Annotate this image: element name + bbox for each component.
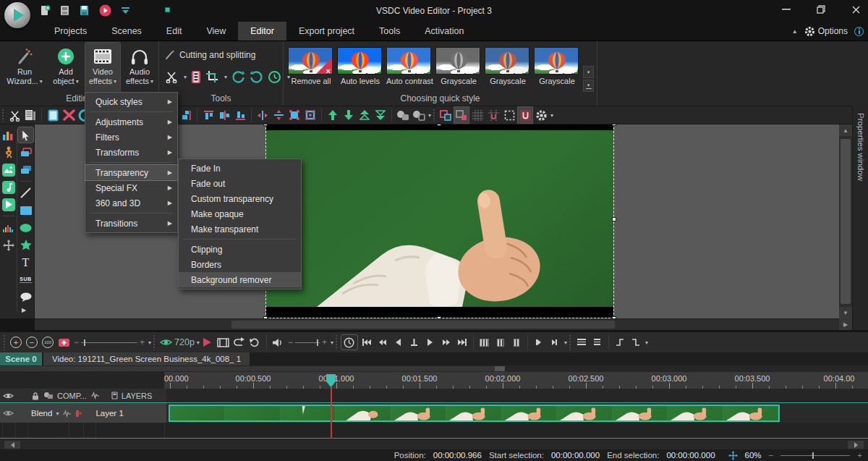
quick-style-grayscale-1[interactable]: Grayscale [435, 47, 482, 85]
crop-dropdown[interactable]: ▾ [224, 74, 227, 80]
quick-style-remove-all[interactable]: × Remove all [288, 47, 334, 85]
lock-column-icon[interactable] [31, 392, 40, 400]
collapse-ribbon-icon[interactable]: ▲ [792, 28, 798, 35]
blend-mode-select[interactable]: Blend [31, 409, 52, 418]
settings-dropdown[interactable]: ▾ [550, 112, 553, 119]
submenu-item-fade-in[interactable]: Fade In [179, 161, 301, 176]
scissors-tool-icon[interactable] [165, 69, 178, 85]
video-clip[interactable] [169, 405, 780, 422]
layers-header[interactable]: LAYERS [122, 392, 153, 400]
quick-style-auto-contrast[interactable]: Auto contrast [386, 47, 433, 85]
rectangle-tool-icon[interactable] [18, 203, 33, 218]
view-dropdown[interactable]: ▾ [645, 339, 648, 346]
compact-view-1-icon[interactable] [613, 334, 627, 350]
subtitle-tool-icon[interactable]: SUB [18, 272, 33, 287]
resize-handle-bm[interactable] [437, 316, 441, 318]
menu-item-transitions[interactable]: Transitions▶ [85, 216, 177, 231]
grid-settings-icon[interactable] [486, 107, 501, 123]
audio-visualizer-icon[interactable] [1, 220, 16, 235]
loop-playback-icon[interactable] [232, 334, 247, 350]
volume-icon[interactable] [271, 334, 285, 350]
go-to-start-icon[interactable] [359, 334, 374, 350]
duplicate-tool-icon[interactable] [18, 145, 33, 160]
preview-zoom-slider[interactable] [81, 342, 137, 343]
snap-grid-icon[interactable] [454, 107, 469, 123]
audio-effects-button[interactable]: Audio effects▾ [122, 43, 158, 92]
video-effects-button[interactable]: Video effects▾ [85, 43, 120, 92]
quick-style-grayscale-3[interactable]: Grayscale [534, 47, 580, 85]
marker-out-icon[interactable] [548, 334, 562, 350]
timeline-scroll-strip[interactable] [0, 365, 868, 372]
menu-view[interactable]: View [194, 22, 238, 41]
frame-view-2-icon[interactable] [493, 334, 508, 350]
composition-header[interactable]: COMP... [57, 392, 87, 400]
frame-view-3-icon[interactable] [509, 334, 524, 350]
tooltip-tool-icon[interactable] [18, 289, 33, 305]
stop-icon[interactable] [407, 334, 422, 350]
scissors-dropdown[interactable]: ▾ [184, 74, 187, 80]
ungroup-objects-icon[interactable] [412, 107, 426, 123]
properties-window-tab[interactable]: Properties window [852, 106, 868, 330]
resize-handle-tm[interactable] [437, 124, 441, 126]
menu-item-360-3d[interactable]: 360 and 3D▶ [85, 195, 177, 211]
menu-activation[interactable]: Activation [412, 22, 476, 41]
resize-handle-tr[interactable] [612, 124, 616, 126]
video-frame[interactable] [266, 124, 613, 318]
timeline-zoom-slider[interactable] [780, 455, 850, 456]
submenu-item-fade-out[interactable]: Fade out [179, 176, 301, 191]
add-image-icon[interactable] [1, 162, 16, 177]
quick-style-auto-levels[interactable]: Auto levels [337, 47, 383, 85]
info-icon[interactable] [854, 27, 864, 36]
zoom-out-icon[interactable]: − [25, 334, 39, 350]
submenu-item-clipping[interactable]: Clipping [179, 242, 301, 257]
resize-handle-br[interactable] [612, 316, 616, 318]
group-objects-icon[interactable] [396, 107, 410, 123]
pointer-tool-icon[interactable] [18, 127, 33, 143]
clip-left-handle[interactable] [165, 7, 170, 12]
timeline-scroll-left-icon[interactable] [4, 441, 20, 449]
scene-tab[interactable]: Scene 0 [0, 352, 42, 365]
preview-play-icon[interactable] [200, 334, 215, 350]
preview-eye-icon[interactable] [158, 334, 173, 350]
scroll-corner-icon[interactable]: ▶ [839, 318, 852, 330]
menu-item-transparency[interactable]: Transparency▶ [85, 165, 177, 180]
menu-edit[interactable]: Edit [154, 22, 195, 41]
rotate-ccw-icon[interactable] [231, 69, 245, 85]
video-clip-tab[interactable]: Video: 191211_Green Screen Business_4k_0… [43, 352, 250, 365]
resize-handle-bl[interactable] [263, 316, 268, 318]
frame-view-1-icon[interactable] [477, 334, 492, 350]
zoom-reset-icon[interactable]: 100 [41, 334, 55, 350]
menu-export-project[interactable]: Export project [286, 22, 367, 41]
submenu-item-custom-transparency[interactable]: Custom transparency [179, 191, 301, 206]
ellipse-tool-icon[interactable] [18, 220, 33, 235]
expand-toolbar-button[interactable]: ▶ [22, 307, 26, 313]
freeshape-tool-icon[interactable] [18, 237, 33, 253]
volume-slider[interactable] [295, 342, 320, 343]
menu-tools[interactable]: Tools [367, 22, 412, 41]
app-logo-icon[interactable] [4, 2, 30, 28]
show-grid-icon[interactable] [470, 107, 485, 123]
menu-item-transforms[interactable]: Transforms▶ [85, 145, 177, 160]
resize-handle-tl[interactable] [263, 124, 268, 126]
timeline-scroll-thumb[interactable] [495, 366, 505, 371]
resize-handle-rm[interactable] [612, 217, 616, 221]
move-up-icon[interactable] [326, 107, 340, 123]
layer-marker-icon[interactable] [75, 410, 82, 418]
canvas-hscroll-thumb[interactable] [231, 321, 615, 329]
scroll-down-icon[interactable]: ▼ [839, 307, 852, 318]
submenu-item-background-remover[interactable]: Background remover [179, 272, 301, 287]
fit-bounds-icon[interactable] [287, 107, 302, 123]
volume-dropdown[interactable]: ▾ [331, 339, 333, 346]
move-bottom-icon[interactable] [373, 107, 388, 123]
quick-style-scroll-more[interactable]: ▾ [583, 80, 594, 92]
menu-item-quick-styles[interactable]: Quick styles▶ [85, 94, 177, 109]
align-objects-icon[interactable] [179, 107, 193, 123]
text-tool-icon[interactable]: T [18, 255, 33, 270]
layer-eye-icon[interactable] [3, 410, 14, 417]
canvas-vscroll-thumb[interactable] [841, 139, 851, 304]
menu-item-filters[interactable]: Filters▶ [85, 130, 177, 145]
preview-quality-icon[interactable] [56, 334, 71, 350]
paste-icon[interactable] [23, 107, 38, 123]
menu-projects[interactable]: Projects [42, 22, 99, 41]
marker-in-icon[interactable] [532, 334, 546, 350]
